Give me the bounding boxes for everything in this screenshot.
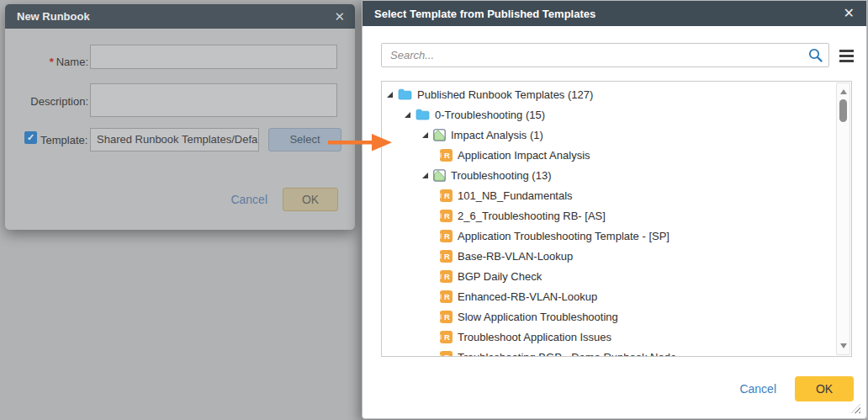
scrollbar-thumb[interactable] [839, 99, 847, 122]
cancel-button[interactable]: Cancel [739, 382, 776, 396]
tree-item-label: Troubleshooting (13) [451, 169, 551, 182]
tree-item-label: Troubleshooting BGP - Demo Runbook Node [458, 351, 676, 358]
runbook-icon: R [440, 290, 453, 303]
tree-item[interactable]: R Application Impact Analysis [382, 145, 835, 165]
tree-item[interactable]: R 101_NB_Fundamentals [382, 185, 835, 205]
runbook-icon: R [440, 189, 453, 202]
template-folder-icon [433, 129, 446, 141]
tree-item-label: Base-RB-VLAN-Lookup [458, 250, 573, 263]
select-template-titlebar: Select Template from Published Templates… [363, 1, 866, 26]
expand-icon[interactable] [387, 92, 398, 98]
template-checkbox[interactable]: ✓ [24, 131, 37, 144]
tree-item[interactable]: 0-Troubleshooting (15) [382, 104, 835, 125]
name-field[interactable] [90, 45, 337, 69]
tree-item-label: Slow Application Troubleshooting [458, 311, 618, 323]
runbook-icon: R [440, 149, 453, 162]
dialog-title: New Runbook [17, 10, 334, 23]
runbook-icon: R [440, 351, 453, 358]
tree-item-label: 101_NB_Fundamentals [458, 189, 573, 202]
scrollbar[interactable] [836, 82, 850, 355]
folder-icon [415, 109, 430, 120]
resize-grip[interactable] [851, 404, 860, 413]
new-runbook-dialog: New Runbook ✕ *Name: Description: ✓ Temp… [5, 4, 355, 230]
tree-item[interactable]: R Enhanced-RB-VLAN-Lookup [382, 286, 835, 306]
select-template-dialog: Select Template from Published Templates… [362, 0, 867, 419]
tree-item[interactable]: R Troubleshooting BGP - Demo Runbook Nod… [382, 347, 835, 357]
search-input[interactable] [381, 43, 829, 67]
tree-item[interactable]: R BGP Daily Check [382, 266, 835, 286]
runbook-icon: R [440, 210, 453, 222]
cancel-button[interactable]: Cancel [230, 193, 267, 206]
runbook-icon: R [440, 331, 453, 343]
template-folder-icon [433, 169, 446, 182]
tree-item-label: Published Runbook Templates (127) [417, 88, 593, 101]
search-icon[interactable] [807, 47, 823, 63]
tree-item[interactable]: R Troubleshoot Application Issues [382, 327, 835, 347]
tree-item[interactable]: Troubleshooting (13) [382, 165, 835, 185]
name-label: *Name: [8, 56, 88, 68]
runbook-icon: R [440, 270, 453, 283]
folder-icon [398, 88, 412, 100]
menu-icon[interactable] [839, 50, 854, 62]
tree-item[interactable]: R Slow Application Troubleshooting [382, 306, 835, 327]
tree-item[interactable]: R Base-RB-VLAN-Lookup [382, 246, 835, 266]
scroll-up-icon[interactable] [840, 89, 847, 94]
tree-item-label: BGP Daily Check [458, 270, 542, 283]
tree-item[interactable]: Impact Analysis (1) [382, 125, 835, 145]
tree-item-label: Troubleshoot Application Issues [458, 331, 611, 343]
tree-item[interactable]: Published Runbook Templates (127) [382, 84, 835, 104]
tree-item[interactable]: R 2_6_Troubleshooting RB- [AS] [382, 205, 835, 226]
description-label: Description: [8, 95, 88, 108]
close-icon[interactable]: ✕ [334, 10, 345, 23]
dialog-title: Select Template from Published Templates [374, 8, 844, 20]
tree-item-label: Application Troubleshooting Template - [… [458, 230, 670, 242]
runbook-icon: R [440, 311, 453, 323]
tree-item-label: 0-Troubleshooting (15) [435, 109, 545, 121]
template-path-field[interactable]: Shared Runbook Templates/Defa [90, 128, 259, 152]
tree-item-label: Impact Analysis (1) [451, 129, 543, 141]
template-label: Template: [40, 134, 87, 146]
description-field[interactable] [90, 83, 337, 117]
scroll-down-icon[interactable] [840, 343, 847, 348]
tree-item-label: 2_6_Troubleshooting RB- [AS] [458, 210, 606, 222]
new-runbook-titlebar: New Runbook ✕ [5, 4, 355, 29]
pointer-arrow-icon [326, 132, 395, 152]
close-icon[interactable]: ✕ [844, 7, 855, 20]
runbook-icon: R [440, 230, 453, 242]
tree-item-label: Enhanced-RB-VLAN-Lookup [458, 290, 597, 303]
tree-item-label: Application Impact Analysis [458, 149, 590, 162]
expand-icon[interactable] [405, 112, 415, 118]
template-tree-panel: Published Runbook Templates (127) 0-Trou… [381, 81, 852, 357]
expand-icon[interactable] [422, 132, 433, 138]
expand-icon[interactable] [422, 173, 433, 178]
runbook-icon: R [440, 250, 453, 263]
required-marker: * [50, 56, 54, 68]
tree-item[interactable]: R Application Troubleshooting Template -… [382, 226, 835, 246]
ok-button[interactable]: OK [283, 188, 338, 211]
ok-button[interactable]: OK [795, 376, 854, 401]
